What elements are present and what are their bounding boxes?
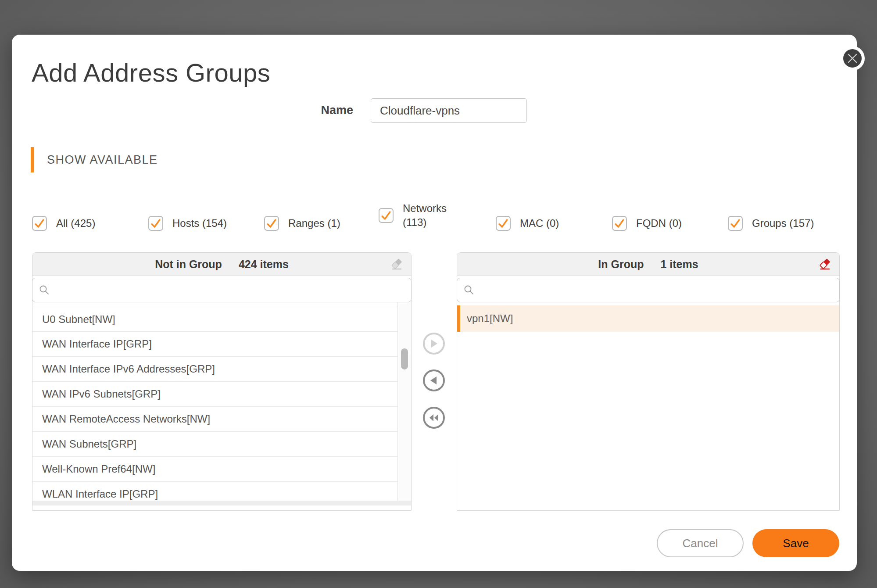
checkbox[interactable] [612,216,627,231]
filter-label: All (425) [56,217,95,229]
checkbox[interactable] [496,216,511,231]
clear-right-selection-button[interactable] [817,257,833,272]
filter-fqdn: FQDN (0) [612,214,682,233]
checkmark-icon [729,217,742,230]
move-all-left-button[interactable] [423,407,445,429]
right-search [457,278,840,302]
not-in-group-header: Not in Group 424 items [32,253,411,276]
filter-label: Hosts (154) [172,217,227,229]
filter-groups: Groups (157) [728,214,814,233]
name-input[interactable] [371,98,527,123]
checkmark-icon [149,217,162,230]
left-search-input[interactable] [54,283,405,297]
name-label: Name [266,104,353,117]
checkmark-icon [613,217,626,230]
filter-label: Groups (157) [752,217,814,229]
filter-hosts: Hosts (154) [148,214,227,233]
not-in-group-list: U0 Subnet[NW]WAN Interface IP[GRP]WAN In… [32,302,411,506]
dialog-title: Add Address Groups [32,59,270,87]
arrow-right-icon [430,339,438,348]
arrow-left-icon [430,376,438,385]
section-accent-bar [31,147,34,172]
checkbox[interactable] [264,216,279,231]
clear-left-selection-button[interactable] [389,257,405,272]
filter-label: Ranges (1) [288,217,340,229]
list-item[interactable]: WAN Subnets[GRP] [32,432,398,457]
not-in-group-count: 424 items [239,258,289,271]
right-search-input[interactable] [479,283,833,297]
save-button[interactable]: Save [752,529,839,557]
list-item[interactable]: Well-Known Pref64[NW] [32,457,398,482]
checkmark-icon [33,217,46,230]
search-icon [463,284,475,296]
move-left-button[interactable] [423,369,445,391]
close-button[interactable] [840,46,865,71]
filter-networks: Networks (113) [379,200,459,231]
list-item[interactable]: vpn1[NW] [457,305,839,332]
list-item[interactable]: WAN Interface IPv6 Addresses[GRP] [32,357,398,382]
checkmark-icon [265,217,278,230]
in-group-header: In Group 1 items [457,253,839,276]
filter-label: FQDN (0) [636,217,682,229]
in-group-list: vpn1[NW] [457,302,839,506]
filter-mac: MAC (0) [496,214,559,233]
in-group-panel: In Group 1 items vpn1[NW] [457,252,840,511]
cancel-button[interactable]: Cancel [657,529,744,557]
eraser-red-icon [818,257,832,271]
close-icon [847,53,858,64]
list-item[interactable]: U0 Subnet[NW] [32,307,398,332]
list-item[interactable]: WAN Interface IP[GRP] [32,332,398,357]
checkbox[interactable] [32,216,47,231]
filter-label: MAC (0) [520,217,559,229]
list-item[interactable]: WAN RemoteAccess Networks[NW] [32,407,398,432]
list-item[interactable]: WAN IPv6 Subnets[GRP] [32,382,398,407]
filter-all: All (425) [32,214,95,233]
checkbox[interactable] [728,216,743,231]
in-group-title: In Group [598,258,644,271]
left-search [32,278,412,302]
add-address-groups-dialog: Add Address Groups Name SHOW AVAILABLE A… [12,35,857,571]
not-in-group-title: Not in Group [155,258,222,271]
filter-ranges: Ranges (1) [264,214,340,233]
scrollbar-thumb[interactable] [401,348,408,369]
checkbox[interactable] [379,208,394,223]
left-list-horizontal-scrollbar[interactable] [32,501,411,506]
search-icon [39,284,50,296]
checkmark-icon [497,217,510,230]
eraser-icon [390,257,404,271]
move-right-button[interactable] [423,333,445,355]
left-list-scrollbar[interactable] [397,302,411,506]
show-available-label: SHOW AVAILABLE [47,153,158,167]
checkbox[interactable] [148,216,163,231]
checkmark-icon [379,209,393,222]
filter-label: Networks (113) [403,201,459,229]
in-group-count: 1 items [660,258,698,271]
not-in-group-panel: Not in Group 424 items U0 Subnet[NW]WA [32,252,412,511]
double-arrow-left-icon [428,413,440,423]
